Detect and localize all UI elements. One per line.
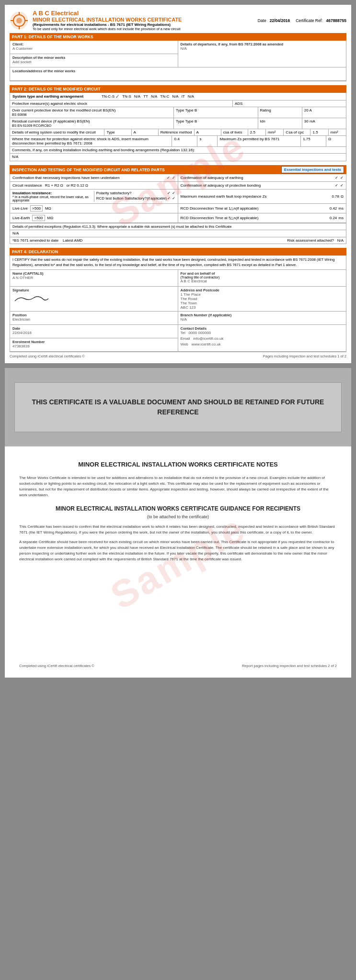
contact-cell: Contact Details Tel 0000 000000 Email in… xyxy=(178,325,346,352)
protection-label: Where the measure for protection against… xyxy=(10,136,172,146)
protection-row: Where the measure for protection against… xyxy=(10,136,346,147)
rcd-ion-value: 30 mA xyxy=(302,118,346,129)
live-earth-unit: MΩ xyxy=(47,216,54,220)
page1-footer: Completed using iCertifi electrical cert… xyxy=(10,354,346,358)
polarity-cell: Polarity satisfactory? ✓ ✓ RCD test butt… xyxy=(94,191,175,202)
behalf-value: A B C Electrical xyxy=(181,279,344,285)
enrolment-cell: Enrolment Number 47383839 xyxy=(10,338,178,352)
part2-header: PART 2: DETAILS OF THE MODIFIED CIRCUIT xyxy=(10,85,346,93)
location-value xyxy=(12,73,176,79)
guidance-para1: This Certificate has been issued to conf… xyxy=(19,524,337,535)
comments-value-row: N/A xyxy=(10,154,346,161)
valuable-box: THIS CERTIFICATE IS A VALUABLE DOCUMENT … xyxy=(14,382,342,432)
branch-cell: Branch Number (if applicable) N/A xyxy=(178,312,346,325)
overcurrent-type: Type Type B xyxy=(174,107,258,118)
rcd-test-val2: ✓ xyxy=(172,196,175,200)
tn-c-s-check: ✓ xyxy=(115,94,119,99)
or-r2-value: 0.12 xyxy=(77,183,84,188)
branch-label: Branch Number (if applicable) xyxy=(181,313,344,317)
footer-right: Pages including inspection and test sche… xyxy=(263,354,346,358)
contact-label: Contact Details xyxy=(181,326,344,331)
max-earth-value: 0.78 xyxy=(332,194,339,199)
page3-footer: Completed using iCertifi electrical cert… xyxy=(19,664,337,668)
email-row: Email info@icertifi.co.uk xyxy=(181,336,344,342)
overcurrent-label: Over current protective device for the m… xyxy=(10,107,174,118)
protection-value: 0.4 xyxy=(172,136,197,146)
footer-left: Completed using iCertifi electrical cert… xyxy=(10,354,85,358)
confirm-bonding-cell: Confirmation of adequacy of protective b… xyxy=(178,182,346,189)
na3: N/A xyxy=(172,94,178,99)
confirm-bonding-label: Confirmation of adequacy of protective b… xyxy=(181,183,261,188)
na4: N/A xyxy=(188,94,194,99)
notes-text: The Minor Works Certificate is intended … xyxy=(19,475,337,498)
position-cell: Position Electrician xyxy=(10,312,178,325)
r1r2-label: R1 + R2 xyxy=(45,183,59,188)
page2: THIS CERTIFICATE IS A VALUABLE DOCUMENT … xyxy=(5,368,351,446)
date-sig-cell: Date 22/04/2016 xyxy=(10,325,178,338)
protective-row: Protective measure(s) against electric s… xyxy=(10,100,346,107)
enrolment-value: 47383839 xyxy=(12,344,175,350)
essential-tests-label: Essential inspections and tests xyxy=(281,166,344,173)
cert-title: MINOR ELECTRICAL INSTALLATION WORKS CERT… xyxy=(33,17,182,22)
branch-value: N/A xyxy=(181,317,344,323)
tel-row: Tel 0000 000000 xyxy=(181,331,344,336)
csa-lives-label: csa of lives xyxy=(221,129,248,135)
system-type-row: System type and earthing arrangement TN-… xyxy=(10,93,346,100)
rcd-test-label: RCD test button Satisfactory? xyxy=(96,196,147,200)
header-row: A B C Electrical MINOR ELECTRICAL INSTAL… xyxy=(10,10,346,31)
web-value: www.icertifi.co.uk xyxy=(191,342,220,346)
risk-value: N/A xyxy=(337,238,344,243)
live-earth-label: Live-Earth xyxy=(12,216,30,220)
part3-header: INSPECTION AND TESTING OF THE MODIFIED C… xyxy=(12,167,165,172)
details-note-row: Details of permitted exceptions (Regulat… xyxy=(10,223,346,230)
rcd-disc-1-unit: ms xyxy=(338,206,344,211)
cert-note: To be used only for minor electrical wor… xyxy=(33,27,182,31)
protective-label: Protective measure(s) against electric s… xyxy=(10,100,233,107)
na2: N/A xyxy=(151,94,157,99)
part4-section: PART 4: DECLARATION I CERTIFY that the s… xyxy=(10,248,346,352)
cert-subtitle: (Requirements for electrical installatio… xyxy=(33,22,182,27)
insulation-label: Insulation resistance: xyxy=(12,191,94,195)
confirm-insp-val1: ✓ xyxy=(167,176,170,180)
tn-c: TN-C xyxy=(160,94,169,99)
risk-label: Risk assessment attached? xyxy=(287,238,334,243)
tn-c-s: TN-C-S ✓ xyxy=(102,94,119,99)
client-value: A Customer xyxy=(12,46,175,52)
sig-grid: Name (CAPITALS) A N OTHER For and on beh… xyxy=(10,270,346,352)
polarity-label: Polarity satisfactory? xyxy=(96,191,132,195)
csa-cpc-value: 1.5 xyxy=(310,129,328,135)
date-row: Date 22/04/2016 Certificate Ref: 4678887… xyxy=(258,18,346,23)
details-value-row: N/A xyxy=(10,230,346,237)
name-value: A N OTHER xyxy=(12,276,175,281)
live-live-cell: Live-Live >500 MΩ xyxy=(10,204,178,213)
address-value: 1 The Place The Road The Town ABC 123 xyxy=(181,292,344,310)
confirm-bonding-val1: ✓ xyxy=(335,183,338,188)
declaration-text: I CERTIFY that the said works do not imp… xyxy=(10,256,346,270)
tn-s: TN-S xyxy=(122,94,131,99)
mm2-2-label: mm² xyxy=(329,129,346,135)
behalf-cell: For and on behalf of (Trading title of c… xyxy=(178,270,346,287)
departures-value: N/A xyxy=(181,46,344,52)
departures-cell: Details of departures, if any, from BS 7… xyxy=(178,41,346,67)
confirm-earthing-val2: ✓ xyxy=(340,176,344,180)
system-label: System type and earthing arrangement xyxy=(12,94,99,99)
email-value: info@icertifi.co.uk xyxy=(193,336,223,341)
inspection-grid: Confirmation that necessary inspections … xyxy=(10,174,346,223)
live-earth-cell: Live-Earth >500 MΩ xyxy=(10,213,178,223)
circuit-res-cell: Circuit resistance R1 + R2 Ω or R2 0.12 … xyxy=(10,182,178,189)
confirm-insp-val2: ✓ xyxy=(172,176,175,180)
date-sig-label: Date xyxy=(12,326,175,331)
live-live-unit: MΩ xyxy=(45,206,51,211)
confirm-insp-label: Confirmation that necessary inspections … xyxy=(12,176,120,180)
valuable-text: THIS CERTIFICATE IS A VALUABLE DOCUMENT … xyxy=(24,397,332,417)
polarity-val1: ✓ xyxy=(167,191,171,195)
part4-header: PART 4: DECLARATION xyxy=(10,248,346,256)
confirm-earthing-val1: ✓ xyxy=(335,176,338,180)
circuit-res-label: Circuit resistance xyxy=(12,183,42,188)
part2-section: PART 2: DETAILS OF THE MODIFIED CIRCUIT … xyxy=(10,85,346,161)
tt: TT xyxy=(143,94,148,99)
wiring-row: Details of wiring system used to modify … xyxy=(10,129,346,136)
wiring-type-value: A xyxy=(132,129,159,135)
max-earth-label: Maximum measured earth fault loop impeda… xyxy=(181,194,267,199)
position-value: Electrician xyxy=(12,317,175,323)
